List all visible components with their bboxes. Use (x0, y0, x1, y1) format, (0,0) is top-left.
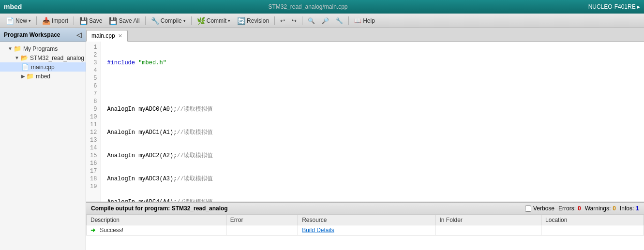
commit-button[interactable]: 🌿 Commit ▾ (194, 16, 233, 26)
expand-icon-mbed: ▶ (21, 74, 25, 79)
topbar-title: STM32_read_analog/main.cpp (28, 3, 588, 10)
line-num-9: 9 (90, 105, 97, 113)
toolbar: 📄 New ▾ 📥 Import 💾 Save 💾 Save All 🔧 Com… (0, 14, 644, 28)
cell-in-folder (435, 225, 541, 235)
sidebar-item-stm32[interactable]: ▼ 📂 STM32_read_analog (0, 53, 86, 62)
main-layout: Program Workspace ◁ ▼ 📁 My Programs ▼ 📂 … (0, 28, 644, 250)
tree-label-mbed: mbed (36, 73, 50, 80)
new-button[interactable]: 📄 New ▾ (3, 16, 34, 26)
mbed-logo: mbed (4, 3, 22, 11)
line-num-12: 12 (90, 129, 97, 136)
file-icon-main: 📄 (21, 63, 29, 71)
verbose-label: Verbose (533, 205, 554, 212)
compile-header: Compile output for program: STM32_read_a… (86, 203, 644, 215)
redo-button[interactable]: ↪ (289, 16, 300, 25)
col-resource: Resource (298, 215, 435, 225)
col-description: Description (87, 215, 226, 225)
output-table: Description Error Resource In Folder Loc… (86, 215, 644, 235)
help-icon: 📖 (354, 17, 361, 24)
topbar-right: NUCLEO-F401RE ▸ (588, 3, 640, 10)
cell-resource: Build Details (298, 225, 435, 235)
line-num-8: 8 (90, 98, 97, 105)
errors-control: Errors: 0 (558, 205, 581, 212)
code-line-6: AnalogIn myADC3(A3);//读取模拟值 (107, 175, 638, 183)
new-icon: 📄 (6, 17, 14, 25)
col-location: Location (541, 215, 644, 225)
sidebar-header: Program Workspace ◁ (0, 28, 86, 42)
infos-control: Infos: 1 (620, 205, 639, 212)
cell-location (541, 225, 644, 235)
sidebar-collapse-button[interactable]: ◁ (76, 31, 82, 39)
verbose-checkbox[interactable] (525, 206, 531, 212)
sidebar-tree: ▼ 📁 My Programs ▼ 📂 STM32_read_analog 📄 … (0, 42, 86, 250)
tree-label-main-cpp: main.cpp (31, 64, 55, 71)
warnings-count: 0 (613, 205, 616, 212)
compile-button[interactable]: 🔧 Compile ▾ (148, 16, 189, 26)
separator-3 (145, 16, 146, 25)
save-button[interactable]: 💾 Save (76, 16, 105, 26)
search-replace-button[interactable]: 🔎 (319, 16, 332, 25)
line-num-18: 18 (90, 175, 97, 183)
bottom-panel: Compile output for program: STM32_read_a… (86, 202, 644, 250)
wrench-button[interactable]: 🔧 (333, 16, 346, 25)
import-icon: 📥 (42, 17, 50, 25)
editor-area: main.cpp ✕ 1 2 3 4 5 6 7 8 9 10 11 (86, 28, 644, 250)
build-details-link[interactable]: Build Details (302, 227, 334, 234)
cell-error (226, 225, 298, 235)
col-in-folder: In Folder (435, 215, 541, 225)
line-num-19: 19 (90, 183, 97, 191)
tab-main-cpp[interactable]: main.cpp ✕ (86, 30, 128, 42)
code-line-2 (107, 82, 638, 90)
separator-6 (302, 16, 302, 25)
commit-icon: 🌿 (197, 17, 205, 25)
tab-close-button[interactable]: ✕ (118, 33, 122, 39)
errors-label: Errors: (558, 205, 576, 212)
sidebar: Program Workspace ◁ ▼ 📁 My Programs ▼ 📂 … (0, 28, 86, 250)
code-lines[interactable]: #include "mbed.h" AnalogIn myADC0(A0);//… (101, 42, 644, 202)
folder-icon: 📁 (14, 45, 21, 52)
col-error: Error (226, 215, 298, 225)
separator-1 (36, 16, 37, 25)
revision-icon: 🔄 (237, 17, 245, 25)
expand-icon-stm32: ▼ (15, 55, 19, 60)
code-line-3: AnalogIn myADC0(A0);//读取模拟值 (107, 105, 638, 113)
undo-button[interactable]: ↩ (277, 16, 288, 25)
top-bar: mbed STM32_read_analog/main.cpp NUCLEO-F… (0, 0, 644, 14)
sidebar-item-my-programs[interactable]: ▼ 📁 My Programs (0, 44, 86, 53)
commit-dropdown-icon: ▾ (228, 18, 230, 23)
code-line-5: AnalogIn myADC2(A2);//读取模拟值 (107, 152, 638, 160)
tree-label-stm32: STM32_read_analog (30, 55, 84, 61)
line-num-4: 4 (90, 67, 97, 74)
sidebar-item-main-cpp[interactable]: 📄 main.cpp (0, 62, 86, 72)
expand-icon: ▼ (8, 46, 13, 51)
tab-bar: main.cpp ✕ (86, 28, 644, 42)
errors-count: 0 (578, 205, 581, 212)
cell-description-text: Success! (100, 227, 123, 234)
line-num-3: 3 (90, 59, 97, 67)
help-button[interactable]: 📖 Help (351, 16, 378, 25)
wrench-icon: 🔧 (336, 17, 343, 24)
line-numbers: 1 2 3 4 5 6 7 8 9 10 11 12 13 14 15 16 1 (86, 42, 101, 202)
sidebar-title: Program Workspace (4, 31, 60, 38)
import-button[interactable]: 📥 Import (39, 16, 71, 26)
code-line-1: #include "mbed.h" (107, 59, 638, 67)
compile-controls: Verbose Errors: 0 Warnings: 0 Infos: 1 (525, 205, 639, 212)
compile-dropdown-icon: ▾ (183, 18, 186, 23)
new-dropdown-icon: ▾ (29, 18, 31, 23)
save-all-button[interactable]: 💾 Save All (106, 16, 142, 26)
separator-2 (74, 16, 74, 25)
line-num-7: 7 (90, 90, 97, 98)
warnings-control: Warnings: 0 (585, 205, 616, 212)
line-num-14: 14 (90, 144, 97, 152)
compile-icon: 🔧 (151, 17, 159, 25)
save-all-icon: 💾 (109, 17, 117, 25)
line-num-6: 6 (90, 82, 97, 90)
code-editor[interactable]: 1 2 3 4 5 6 7 8 9 10 11 12 13 14 15 16 1 (86, 42, 644, 202)
sidebar-item-mbed[interactable]: ▶ 📁 mbed (0, 72, 86, 81)
find-button[interactable]: 🔍 (305, 16, 318, 25)
tab-label-main-cpp: main.cpp (91, 32, 115, 39)
separator-4 (191, 16, 192, 25)
revision-button[interactable]: 🔄 Revision (234, 16, 272, 26)
line-num-17: 17 (90, 167, 97, 175)
save-icon: 💾 (79, 17, 88, 25)
